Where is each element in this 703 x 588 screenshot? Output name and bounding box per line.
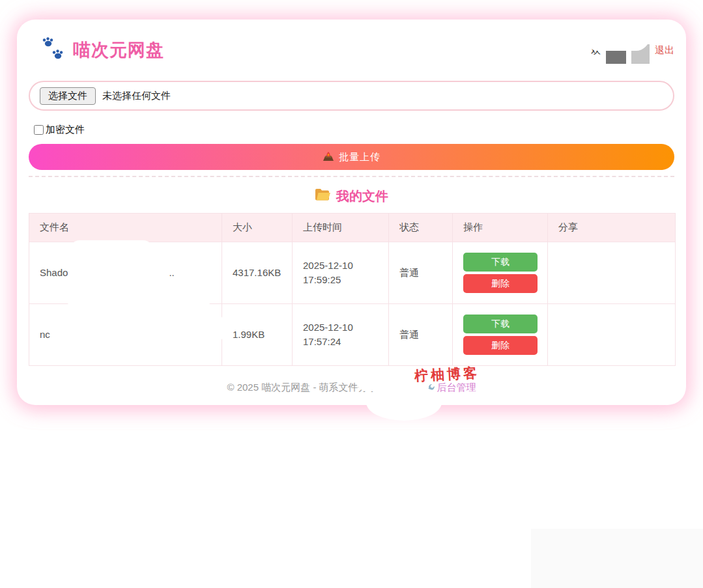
no-file-selected-text: 未选择任何文件 bbox=[102, 90, 171, 102]
file-ops-cell: 下载 删除 bbox=[453, 242, 548, 304]
col-header-status: 状态 bbox=[389, 214, 453, 242]
file-time-cell: 2025-12-10 17:59:25 bbox=[293, 242, 389, 304]
copyright-text: © 2025 喵次元网盘 - 萌系文件分享 bbox=[227, 382, 377, 394]
file-name-text: Shado bbox=[40, 267, 68, 278]
download-button[interactable]: 下载 bbox=[463, 315, 538, 333]
file-share-cell bbox=[548, 242, 676, 304]
upload-button-label: 批量上传 bbox=[339, 151, 380, 163]
file-time-cell: 2025-12-10 17:57:24 bbox=[293, 304, 389, 366]
redaction-blob bbox=[584, 23, 650, 51]
col-header-size: 大小 bbox=[222, 214, 293, 242]
encrypt-option: 加密文件 bbox=[34, 124, 674, 136]
batch-upload-button[interactable]: 批量上传 bbox=[29, 144, 674, 170]
file-input-area: 选择文件 未选择任何文件 bbox=[29, 81, 674, 111]
my-files-title-text: 我的文件 bbox=[336, 188, 388, 205]
delete-button[interactable]: 删除 bbox=[463, 336, 538, 355]
col-header-ops: 操作 bbox=[453, 214, 548, 242]
dashed-divider bbox=[29, 176, 674, 177]
watermark-text: 柠柚博客 bbox=[414, 363, 480, 385]
footer: © 2025 喵次元网盘 - 萌系文件分享 后台管理 bbox=[17, 382, 686, 394]
redaction-blob bbox=[366, 384, 442, 421]
file-share-cell bbox=[548, 304, 676, 366]
col-header-time: 上传时间 bbox=[293, 214, 389, 242]
redaction-blob bbox=[53, 300, 224, 356]
brand: 喵次元网盘 bbox=[29, 36, 164, 64]
file-name-text: nc bbox=[40, 329, 50, 340]
paw-prints-icon bbox=[42, 36, 65, 64]
folder-icon bbox=[315, 188, 331, 204]
delete-button[interactable]: 删除 bbox=[463, 274, 538, 293]
encrypt-checkbox[interactable] bbox=[34, 125, 44, 135]
file-size-cell: 1.99KB bbox=[222, 304, 293, 366]
volcano-icon bbox=[323, 151, 334, 163]
col-header-filename: 文件名 bbox=[29, 214, 222, 242]
page-title: 喵次元网盘 bbox=[73, 38, 164, 62]
file-status-cell: 普通 bbox=[389, 304, 453, 366]
artifact-rectangle bbox=[531, 529, 703, 588]
encrypt-label: 加密文件 bbox=[46, 124, 85, 136]
choose-file-button[interactable]: 选择文件 bbox=[40, 87, 96, 105]
logout-link[interactable]: 退出 bbox=[655, 44, 674, 57]
table-header-row: 文件名 大小 上传时间 状态 操作 分享 bbox=[29, 214, 676, 242]
redaction-blob bbox=[69, 240, 154, 262]
file-name-suffix: .. bbox=[169, 267, 174, 278]
file-ops-cell: 下载 删除 bbox=[453, 304, 548, 366]
col-header-share: 分享 bbox=[548, 214, 676, 242]
my-files-title: 我的文件 bbox=[17, 188, 686, 205]
download-button[interactable]: 下载 bbox=[463, 253, 538, 272]
file-size-cell: 4317.16KB bbox=[222, 242, 293, 304]
file-status-cell: 普通 bbox=[389, 242, 453, 304]
